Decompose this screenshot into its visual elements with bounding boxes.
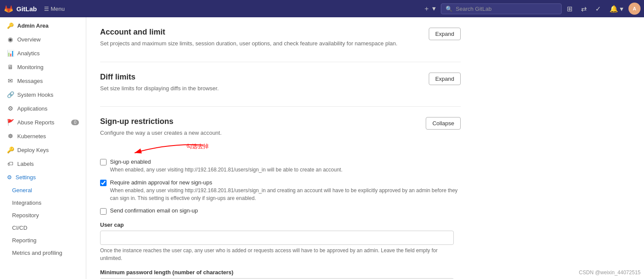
user-cap-group: User cap Once the instance reaches the u… [100, 222, 461, 262]
require-admin-label[interactable]: Require admin approval for new sign-ups [110, 179, 212, 186]
issues-button[interactable]: ✓ [592, 3, 604, 15]
min-password-group: Minimum password length (number of chara… [100, 269, 461, 279]
main-layout: 🔑 Admin Area ◉ Overview 📊 Analytics 🖥 Mo… [0, 17, 644, 279]
sidebar-sub-integrations[interactable]: Integrations [0, 197, 86, 209]
abuse-reports-icon: 🚩 [7, 119, 14, 126]
abuse-reports-badge: 0 [71, 120, 79, 125]
sidebar-item-messages[interactable]: ✉ Messages [0, 74, 86, 88]
system-hooks-icon: 🔗 [7, 91, 14, 98]
sidebar-sub-cicd[interactable]: CI/CD [0, 222, 86, 234]
sidebar: 🔑 Admin Area ◉ Overview 📊 Analytics 🖥 Mo… [0, 17, 86, 279]
signup-enabled-row: Sign-up enabled When enabled, any user v… [100, 158, 461, 174]
signup-restrictions-title-group: Sign-up restrictions Configure the way a… [100, 117, 222, 137]
diff-limits-title: Diff limits [100, 73, 219, 82]
signup-enabled-label-group: Sign-up enabled When enabled, any user v… [110, 158, 342, 174]
git-compare-button[interactable]: ⇄ [578, 3, 590, 15]
signup-restrictions-title: Sign-up restrictions [100, 117, 222, 126]
send-confirmation-checkbox[interactable] [100, 208, 107, 215]
sidebar-item-monitoring[interactable]: 🖥 Monitoring [0, 60, 86, 74]
app-logo[interactable]: GitLab [3, 3, 37, 14]
annotation-arrow [126, 141, 212, 158]
sidebar-item-labels[interactable]: 🏷 Labels [0, 157, 86, 171]
notifications-button[interactable]: 🔔 ▾ [606, 3, 627, 15]
account-limit-title-group: Account and limit Set projects and maxim… [100, 28, 397, 48]
signup-enabled-label[interactable]: Sign-up enabled [110, 159, 151, 165]
plus-button[interactable]: ＋ ▾ [420, 3, 439, 15]
key-icon: 🔑 [7, 22, 14, 29]
avatar[interactable]: A [628, 3, 641, 15]
labels-icon: 🏷 [7, 160, 14, 167]
account-limit-expand-button[interactable]: Expand [429, 28, 461, 40]
require-admin-label-group: Require admin approval for new sign-ups … [110, 179, 461, 202]
analytics-icon: 📊 [7, 50, 14, 57]
admin-area-title: 🔑 Admin Area [0, 17, 86, 32]
sidebar-item-analytics[interactable]: 📊 Analytics [0, 46, 86, 60]
search-icon: 🔍 [446, 6, 452, 12]
sidebar-sub-general[interactable]: General [0, 184, 86, 197]
account-limit-desc: Set projects and maximum size limits, se… [100, 39, 397, 48]
sidebar-sub-reporting[interactable]: Reporting [0, 234, 86, 247]
annotation-container: 勾选去掉 [100, 141, 461, 158]
main-content: Account and limit Set projects and maxim… [86, 17, 644, 279]
signup-enabled-hint: When enabled, any user visiting http://1… [110, 166, 342, 174]
user-cap-input[interactable] [100, 231, 454, 245]
user-cap-label: User cap [100, 222, 461, 228]
require-admin-hint: When enabled, any user visiting http://1… [110, 187, 461, 202]
user-cap-hint: Once the instance reaches the user cap, … [100, 247, 461, 262]
sidebar-item-settings[interactable]: ⚙ Settings [0, 171, 86, 184]
diff-limits-title-group: Diff limits Set size limits for displayi… [100, 73, 219, 93]
sidebar-item-abuse-reports[interactable]: 🚩 Abuse Reports 0 [0, 115, 86, 129]
applications-icon: ⚙ [7, 105, 14, 112]
account-limit-section: Account and limit Set projects and maxim… [100, 28, 461, 48]
sidebar-item-overview[interactable]: ◉ Overview [0, 32, 86, 46]
diff-limits-expand-button[interactable]: Expand [429, 73, 461, 85]
overview-icon: ◉ [7, 36, 14, 43]
sidebar-sub-metrics-profiling[interactable]: Metrics and profiling [0, 247, 86, 259]
hamburger-icon: ☰ [44, 6, 49, 12]
divider-1 [100, 62, 461, 62]
top-navigation: GitLab ☰ Menu ＋ ▾ 🔍 ⊞ ⇄ ✓ 🔔 ▾ A [0, 0, 644, 17]
monitoring-icon: 🖥 [7, 63, 14, 70]
require-admin-checkbox[interactable] [100, 180, 107, 186]
diff-limits-section: Diff limits Set size limits for displayi… [100, 73, 461, 93]
account-limit-title: Account and limit [100, 28, 397, 37]
send-confirmation-row: Send confirmation email on sign-up [100, 207, 461, 215]
min-password-label: Minimum password length (number of chara… [100, 269, 461, 276]
sidebar-item-deploy-keys[interactable]: 🔑 Deploy Keys [0, 143, 86, 157]
sidebar-item-system-hooks[interactable]: 🔗 System Hooks [0, 88, 86, 101]
diff-limits-header: Diff limits Set size limits for displayi… [100, 73, 461, 93]
sidebar-item-kubernetes[interactable]: ☸ Kubernetes [0, 129, 86, 143]
require-admin-row: Require admin approval for new sign-ups … [100, 179, 461, 202]
signup-restrictions-section: Sign-up restrictions Configure the way a… [100, 117, 461, 279]
signup-restrictions-desc: Configure the way a user creates a new a… [100, 129, 222, 137]
sidebar-item-applications[interactable]: ⚙ Applications [0, 101, 86, 115]
search-bar[interactable]: 🔍 [441, 3, 562, 14]
sidebar-toggle-button[interactable]: ⊞ [563, 3, 576, 15]
app-name: GitLab [16, 5, 37, 13]
menu-label: Menu [51, 6, 65, 12]
diff-limits-desc: Set size limits for displaying diffs in … [100, 84, 219, 93]
signup-restrictions-collapse-button[interactable]: Collapse [426, 117, 461, 130]
deploy-keys-icon: 🔑 [7, 146, 14, 153]
settings-icon: ⚙ [7, 174, 12, 181]
send-confirmation-label[interactable]: Send confirmation email on sign-up [110, 207, 198, 214]
menu-button[interactable]: ☰ Menu [41, 4, 69, 14]
account-limit-header: Account and limit Set projects and maxim… [100, 28, 461, 48]
kubernetes-icon: ☸ [7, 133, 14, 140]
signup-restrictions-header: Sign-up restrictions Configure the way a… [100, 117, 461, 137]
search-input[interactable] [456, 6, 551, 12]
messages-icon: ✉ [7, 77, 14, 84]
divider-2 [100, 106, 461, 107]
sidebar-sub-repository[interactable]: Repository [0, 209, 86, 222]
signup-enabled-checkbox[interactable] [100, 159, 107, 165]
